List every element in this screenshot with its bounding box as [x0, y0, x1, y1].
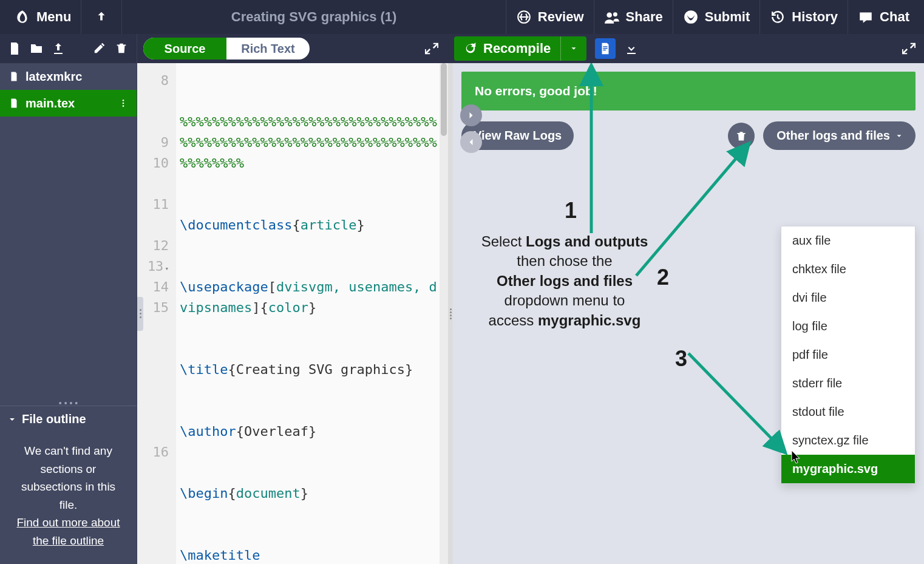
history-icon [770, 9, 786, 25]
file-name: latexmkrc [25, 70, 82, 84]
file-icon [8, 70, 19, 83]
go-to-pdf-button[interactable] [460, 104, 482, 126]
submit-icon [683, 9, 699, 25]
review-icon [516, 9, 532, 25]
svg-point-3 [684, 10, 698, 24]
share-icon [604, 9, 620, 25]
pane-resize-handle[interactable] [448, 63, 453, 564]
dd-aux[interactable]: aux file [781, 226, 915, 255]
review-button[interactable]: Review [506, 0, 594, 34]
source-tab[interactable]: Source [143, 38, 226, 59]
svg-point-2 [613, 12, 617, 16]
dd-mygraphic[interactable]: mygraphic.svg [781, 455, 915, 483]
preview-pane: No errors, good job! View Raw Logs Other… [453, 63, 924, 564]
other-logs-label: Other logs and files [776, 129, 890, 143]
code-content[interactable]: %%%%%%%%%%%%%%%%%%%%%%%%%%%%%%%%%%%%%%%%… [176, 63, 448, 564]
top-toolbar: Menu Creating SVG graphics (1) Review Sh… [0, 0, 924, 34]
sidebar-resize-handle[interactable]: • • • • [0, 401, 137, 406]
expand-editor-icon[interactable] [425, 42, 438, 55]
clear-cache-button[interactable] [728, 123, 755, 149]
outline-empty-message: We can't find any sections or subsection… [11, 442, 126, 514]
submit-button[interactable]: Submit [673, 0, 760, 34]
file-sidebar: latexmkrc main.tex • • • • File outline [0, 63, 137, 564]
svg-line-9 [688, 353, 784, 452]
file-item-latexmkrc[interactable]: latexmkrc [0, 63, 137, 90]
editor-left-handle[interactable] [137, 297, 143, 331]
file-menu-icon[interactable] [118, 98, 128, 108]
recompile-label: Recompile [483, 41, 551, 56]
trash-icon [735, 130, 747, 142]
dd-stderr[interactable]: stderr file [781, 369, 915, 398]
richtext-tab[interactable]: Rich Text [226, 38, 310, 59]
delete-file-icon[interactable] [115, 41, 129, 56]
go-to-code-button[interactable] [460, 131, 482, 153]
editor-scrollbar[interactable] [440, 63, 448, 564]
svg-point-1 [606, 12, 612, 18]
anno-number-1: 1 [565, 198, 577, 223]
history-button[interactable]: History [760, 0, 848, 34]
menu-button[interactable]: Menu [5, 0, 81, 34]
svg-line-8 [636, 144, 748, 276]
dd-chktex[interactable]: chktex file [781, 255, 915, 284]
up-arrow-icon [93, 9, 109, 25]
submit-label: Submit [705, 9, 750, 25]
code-editor[interactable]: 8 9 10 11 12 13 14 15 16 %%%%%%%%%%%%%%%… [137, 63, 448, 564]
other-logs-dropdown-button[interactable]: Other logs and files [763, 121, 916, 150]
expand-preview-icon[interactable] [902, 42, 916, 55]
file-item-maintex[interactable]: main.tex [0, 90, 137, 117]
menu-label: Menu [36, 9, 71, 25]
project-title[interactable]: Creating SVG graphics (1) [122, 9, 505, 25]
file-icon [8, 97, 19, 110]
new-file-icon[interactable] [7, 41, 22, 56]
svg-point-6 [123, 105, 124, 107]
anno-number-2: 2 [657, 265, 669, 290]
svg-point-5 [123, 103, 124, 104]
secondary-toolbar: Source Rich Text Recompile [0, 34, 924, 63]
recompile-dropdown[interactable] [561, 44, 586, 53]
editor-mode-toggle: Source Rich Text [143, 38, 310, 59]
new-folder-icon[interactable] [29, 41, 44, 56]
other-logs-dropdown: aux file chktex file dvi file log file p… [781, 226, 916, 484]
overleaf-logo-icon [15, 9, 30, 25]
outline-help-link[interactable]: Find out more about the file outline [16, 516, 120, 546]
logs-icon [599, 42, 612, 55]
share-label: Share [626, 9, 663, 25]
recompile-icon [464, 42, 477, 55]
dd-stdout[interactable]: stdout file [781, 398, 915, 426]
logs-button[interactable] [595, 38, 616, 59]
dd-pdf[interactable]: pdf file [781, 341, 915, 369]
chevron-down-icon [895, 132, 903, 140]
dd-dvi[interactable]: dvi file [781, 284, 915, 312]
recompile-button[interactable]: Recompile [454, 36, 586, 61]
rename-icon[interactable] [93, 41, 107, 56]
anno-number-3: 3 [675, 346, 687, 372]
chat-button[interactable]: Chat [848, 0, 919, 34]
dd-synctex[interactable]: synctex.gz file [781, 426, 915, 455]
dd-log[interactable]: log file [781, 312, 915, 341]
share-button[interactable]: Share [594, 0, 673, 34]
download-pdf-icon[interactable] [624, 41, 639, 56]
back-button[interactable] [81, 0, 121, 34]
review-label: Review [538, 9, 584, 25]
file-outline-title: File outline [22, 412, 86, 426]
file-outline-header[interactable]: File outline [0, 406, 137, 432]
chat-label: Chat [880, 9, 909, 25]
upload-icon[interactable] [51, 41, 66, 56]
chat-icon [858, 9, 874, 25]
compile-status-banner: No errors, good job! [461, 72, 916, 110]
history-label: History [792, 9, 838, 25]
chevron-down-icon [7, 415, 17, 424]
file-name: main.tex [25, 97, 75, 110]
svg-point-4 [123, 100, 124, 101]
